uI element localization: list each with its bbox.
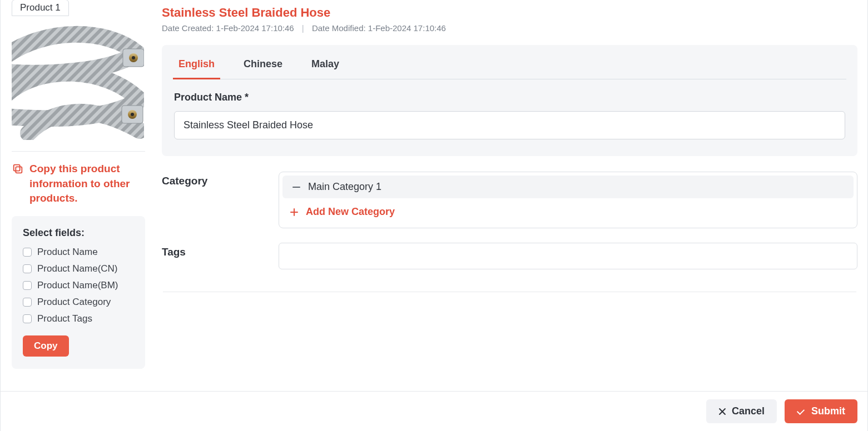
product-image <box>12 22 144 140</box>
select-fields-title: Select fields: <box>23 227 134 239</box>
sidebar-product-tab[interactable]: Product 1 <box>12 0 69 16</box>
field-row-product-name-cn[interactable]: Product Name(CN) <box>23 263 134 274</box>
sidebar-divider <box>12 151 145 152</box>
field-label: Product Tags <box>37 313 92 324</box>
plus-icon <box>290 208 298 216</box>
copy-icon <box>12 162 24 179</box>
main-bottom-divider <box>163 292 856 292</box>
category-item-label: Main Category 1 <box>308 181 381 193</box>
field-label: Product Name <box>37 247 98 258</box>
date-created-value: 1-Feb-2024 17:10:46 <box>216 23 294 33</box>
field-row-product-tags[interactable]: Product Tags <box>23 313 134 324</box>
category-label: Category <box>162 172 267 228</box>
date-modified-label: Date Modified: <box>312 23 366 33</box>
field-row-product-name-bm[interactable]: Product Name(BM) <box>23 280 134 291</box>
main-area: Stainless Steel Braided Hose Date Create… <box>162 0 857 369</box>
tags-label: Tags <box>162 243 267 269</box>
checkbox-icon[interactable] <box>23 281 32 290</box>
date-created-label: Date Created: <box>162 23 214 33</box>
checkbox-icon[interactable] <box>23 248 32 257</box>
footer-bar: Cancel Submit <box>1 391 867 431</box>
close-icon <box>718 408 726 415</box>
collapse-icon[interactable] <box>292 187 300 188</box>
copy-button[interactable]: Copy <box>23 335 69 357</box>
product-name-group: Product Name * <box>173 92 846 139</box>
category-box: Main Category 1 Add New Category <box>279 172 857 228</box>
checkbox-icon[interactable] <box>23 298 32 307</box>
tab-chinese[interactable]: Chinese <box>238 55 288 79</box>
meta-row: Date Created: 1-Feb-2024 17:10:46 | Date… <box>162 23 857 33</box>
language-tabs: English Chinese Malay <box>173 45 846 79</box>
svg-point-7 <box>131 113 134 116</box>
product-name-input[interactable] <box>174 111 845 139</box>
tags-input[interactable] <box>279 243 857 269</box>
checkbox-icon[interactable] <box>23 314 32 323</box>
tags-section: Tags <box>162 243 857 269</box>
tab-malay[interactable]: Malay <box>306 55 345 79</box>
submit-button[interactable]: Submit <box>785 399 857 423</box>
date-modified-value: 1-Feb-2024 17:10:46 <box>368 23 446 33</box>
category-section: Category Main Category 1 Add New Categor… <box>162 172 857 228</box>
submit-label: Submit <box>811 405 845 417</box>
sidebar: Product 1 <box>12 0 145 369</box>
language-panel: English Chinese Malay Product Name * <box>162 45 857 156</box>
field-row-product-name[interactable]: Product Name <box>23 247 134 258</box>
cancel-button[interactable]: Cancel <box>706 399 777 423</box>
copy-info-heading: Copy this product information to other p… <box>12 162 145 206</box>
checkbox-icon[interactable] <box>23 264 32 273</box>
cancel-label: Cancel <box>732 405 765 417</box>
field-row-product-category[interactable]: Product Category <box>23 297 134 308</box>
product-title: Stainless Steel Braided Hose <box>162 6 857 20</box>
select-fields-panel: Select fields: Product Name Product Name… <box>12 216 145 369</box>
field-label: Product Name(BM) <box>37 280 118 291</box>
meta-separator: | <box>296 23 310 33</box>
copy-info-text: Copy this product information to other p… <box>29 162 145 206</box>
check-icon <box>797 407 806 416</box>
add-category-label: Add New Category <box>306 206 395 218</box>
svg-rect-8 <box>16 167 22 173</box>
product-name-label: Product Name * <box>174 92 845 103</box>
svg-point-4 <box>132 56 135 59</box>
field-label: Product Name(CN) <box>37 263 118 274</box>
tab-english[interactable]: English <box>173 55 220 79</box>
svg-rect-9 <box>14 165 20 171</box>
field-label: Product Category <box>37 297 111 308</box>
category-row[interactable]: Main Category 1 <box>282 176 854 198</box>
add-category-button[interactable]: Add New Category <box>279 203 857 220</box>
